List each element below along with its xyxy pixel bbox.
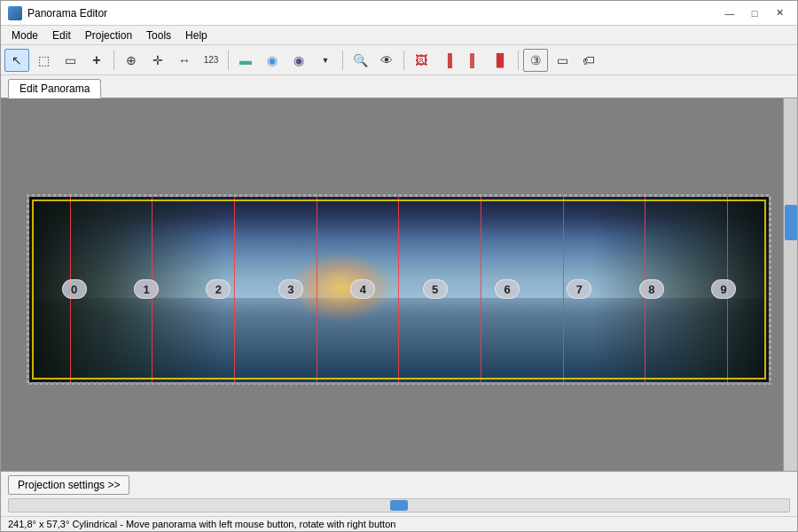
badge-1[interactable]: 1 [134, 279, 159, 299]
badge-8[interactable]: 8 [639, 279, 664, 299]
tool-red-frame2[interactable]: ▐ [435, 49, 460, 72]
bottom-panel: Projection settings >> [1, 471, 797, 516]
badge-0[interactable]: 0 [62, 279, 87, 299]
tool-select-region[interactable]: ⬚ [31, 49, 56, 72]
tool-red-frame1[interactable]: 🖼 [409, 49, 434, 72]
badge-7[interactable]: 7 [567, 279, 591, 299]
title-bar: Panorama Editor — □ ✕ [1, 1, 797, 26]
badge-4[interactable]: 4 [350, 279, 375, 299]
minimize-button[interactable]: — [719, 4, 740, 22]
tool-tag[interactable]: 🏷 [576, 49, 601, 72]
tool-chevron-down[interactable]: ▼ [313, 49, 338, 72]
badge-2[interactable]: 2 [206, 279, 231, 299]
title-bar-left: Panorama Editor [8, 6, 107, 20]
resize-handle[interactable]: ⌟ [776, 457, 781, 469]
separator3 [342, 51, 343, 70]
tab-edit-panorama[interactable]: Edit Panorama [8, 79, 101, 98]
badge-9[interactable]: 9 [711, 279, 736, 299]
menu-mode[interactable]: Mode [4, 28, 45, 43]
tool-transform[interactable]: ⊕ [119, 49, 144, 72]
app-icon [8, 6, 22, 20]
tool-number[interactable]: 123 [199, 49, 223, 72]
panorama-container[interactable]: 0 1 2 3 4 5 6 7 8 9 [27, 194, 771, 385]
menu-bar: Mode Edit Projection Tools Help [1, 26, 797, 45]
status-text: 241,8° x 57,3° Cylindrical - Move panora… [8, 519, 395, 529]
tool-sphere-dark[interactable]: ◉ [286, 49, 311, 72]
scrollbar-horizontal[interactable] [8, 498, 790, 512]
tool-eye[interactable]: 👁 [374, 49, 399, 72]
separator1 [113, 51, 114, 70]
tool-select-arrow[interactable]: ↖ [4, 49, 29, 72]
tool-num3[interactable]: ③ [523, 49, 548, 72]
panorama-image: 0 1 2 3 4 5 6 7 8 9 [29, 197, 769, 382]
tool-sphere-blue[interactable]: ◉ [260, 49, 285, 72]
canvas-area[interactable]: 0 1 2 3 4 5 6 7 8 9 [1, 98, 797, 471]
badge-5[interactable]: 5 [423, 279, 448, 299]
tool-red-frame4[interactable]: ▊ [489, 49, 513, 72]
scroll-thumb-horizontal[interactable] [390, 500, 408, 511]
scrollbar-row [8, 498, 790, 512]
separator4 [403, 51, 404, 70]
tool-select-rect[interactable]: ▭ [58, 49, 82, 72]
tool-rect-green[interactable]: ▬ [233, 49, 258, 72]
toolbar: ↖ ⬚ ▭ + ⊕ ✛ ↔ 123 ▬ ◉ ◉ ▼ 🔍 👁 🖼 ▐ ▌ ▊ ③ … [1, 45, 797, 75]
projection-settings-button[interactable]: Projection settings >> [8, 475, 129, 495]
separator5 [518, 51, 519, 70]
tool-box[interactable]: ▭ [550, 49, 575, 72]
main-content: 0 1 2 3 4 5 6 7 8 9 [1, 98, 797, 516]
menu-help[interactable]: Help [178, 28, 215, 43]
tool-add-point[interactable]: + [84, 49, 109, 72]
status-bar: 241,8° x 57,3° Cylindrical - Move panora… [1, 516, 797, 531]
tab-bar: Edit Panorama [1, 75, 797, 98]
tool-pan[interactable]: ✛ [145, 49, 170, 72]
menu-projection[interactable]: Projection [78, 28, 139, 43]
close-button[interactable]: ✕ [769, 4, 790, 22]
tool-zoom[interactable]: 🔍 [348, 49, 372, 72]
image-badges: 0 1 2 3 4 5 6 7 8 9 [29, 197, 769, 382]
window-title: Panorama Editor [27, 7, 107, 20]
title-controls: — □ ✕ [719, 4, 790, 22]
scroll-thumb-vertical[interactable] [785, 205, 797, 240]
badge-3[interactable]: 3 [278, 279, 303, 299]
tool-resize[interactable]: ↔ [172, 49, 197, 72]
menu-edit[interactable]: Edit [45, 28, 78, 43]
maximize-button[interactable]: □ [744, 4, 765, 22]
tool-red-frame3[interactable]: ▌ [462, 49, 487, 72]
projection-row: Projection settings >> [8, 475, 790, 495]
badge-6[interactable]: 6 [495, 279, 520, 299]
panorama-outer: 0 1 2 3 4 5 6 7 8 9 [27, 194, 771, 385]
separator2 [228, 51, 229, 70]
scrollbar-vertical[interactable] [783, 98, 797, 471]
main-window: Panorama Editor — □ ✕ Mode Edit Projecti… [0, 0, 798, 532]
menu-tools[interactable]: Tools [139, 28, 178, 43]
